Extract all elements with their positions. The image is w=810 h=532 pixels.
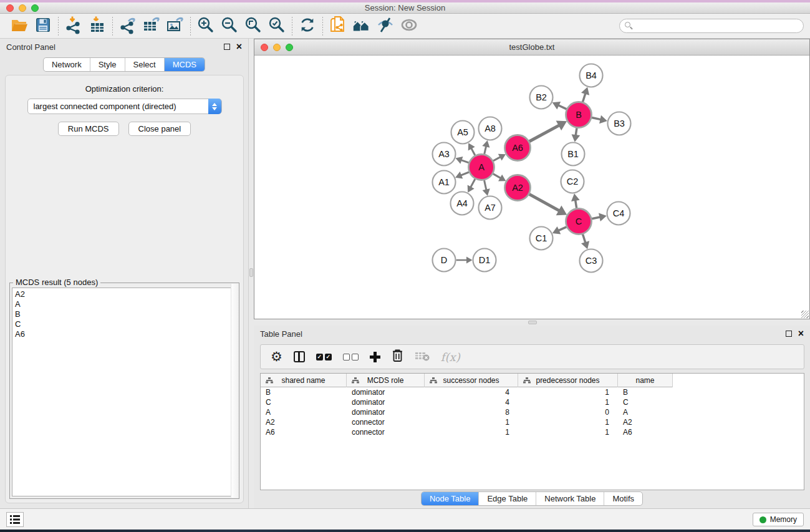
table-cell[interactable]: C bbox=[261, 397, 347, 407]
edge-C-C2[interactable] bbox=[576, 200, 577, 208]
tab-mcds[interactable]: MCDS bbox=[164, 58, 205, 71]
add-column-button[interactable] bbox=[370, 352, 380, 362]
optimization-criterion-select[interactable]: largest connected component (directed) bbox=[27, 99, 222, 114]
table-cell[interactable]: A2 bbox=[261, 417, 347, 427]
network-canvas[interactable]: B4B2BB3A8A5A6A3B1AA1C2A2A4A7C4CC1DD1C3 bbox=[254, 56, 809, 319]
mcds-result-list[interactable]: A2ABCA6 bbox=[12, 288, 237, 496]
edge-C-C4[interactable] bbox=[592, 217, 600, 219]
edge-B-B4[interactable] bbox=[583, 94, 586, 102]
hide-graphics-details-button[interactable] bbox=[374, 16, 397, 37]
tab-network-table[interactable]: Network Table bbox=[536, 492, 604, 505]
column-header-shared-name[interactable]: shared name bbox=[261, 374, 347, 387]
table-cell[interactable]: A bbox=[261, 407, 347, 417]
delete-column-button[interactable] bbox=[392, 349, 403, 365]
splitter-grip[interactable] bbox=[249, 268, 253, 277]
unselect-all-columns-button[interactable] bbox=[343, 354, 359, 360]
splitter-grip[interactable] bbox=[528, 321, 537, 324]
column-header-predecessor-nodes[interactable]: predecessor nodes bbox=[518, 374, 618, 387]
table-cell[interactable]: connector bbox=[347, 427, 425, 437]
edge-A2-C[interactable] bbox=[529, 194, 559, 210]
table-cell[interactable]: A6 bbox=[261, 427, 347, 437]
table-settings-button[interactable]: ⚙ bbox=[271, 351, 282, 363]
table-cell[interactable]: 1 bbox=[518, 397, 618, 407]
mcds-list-scrollbar[interactable] bbox=[231, 284, 238, 498]
float-panel-icon[interactable] bbox=[786, 331, 792, 337]
import-table-button[interactable] bbox=[85, 16, 109, 37]
mcds-result-item[interactable]: C bbox=[15, 319, 236, 329]
table-cell[interactable]: 1 bbox=[425, 417, 518, 427]
table-row[interactable]: A6connector11A6 bbox=[261, 427, 804, 437]
edge-C-C3[interactable] bbox=[583, 234, 586, 243]
edge-A-A3[interactable] bbox=[461, 160, 468, 163]
table-cell[interactable]: B bbox=[261, 387, 347, 397]
tab-select[interactable]: Select bbox=[125, 58, 164, 71]
tab-motifs[interactable]: Motifs bbox=[604, 492, 642, 505]
table-cell[interactable]: 4 bbox=[425, 397, 518, 407]
edge-A-A5[interactable] bbox=[471, 148, 475, 155]
zoom-fit-button[interactable] bbox=[241, 16, 265, 37]
table-row[interactable]: A2connector11A2 bbox=[261, 417, 804, 427]
mcds-result-item[interactable]: B bbox=[15, 309, 236, 319]
select-all-columns-button[interactable]: ✓✓ bbox=[316, 354, 332, 360]
edge-A-A8[interactable] bbox=[485, 146, 486, 154]
table-cell[interactable]: A bbox=[618, 407, 673, 417]
table-cell[interactable]: dominator bbox=[347, 397, 425, 407]
close-panel-icon[interactable]: × bbox=[236, 44, 242, 50]
zoom-selected-button[interactable] bbox=[265, 16, 289, 37]
edge-A-A4[interactable] bbox=[471, 179, 475, 187]
table-cell[interactable]: dominator bbox=[347, 407, 425, 417]
table-cell[interactable]: 1 bbox=[425, 427, 518, 437]
table-row[interactable]: Bdominator41B bbox=[261, 387, 804, 397]
cybrowser-home-button[interactable] bbox=[350, 16, 374, 37]
table-cell[interactable]: B bbox=[618, 387, 673, 397]
close-panel-icon[interactable]: × bbox=[798, 331, 804, 337]
export-table-button[interactable] bbox=[140, 16, 163, 37]
edge-B-B2[interactable] bbox=[558, 105, 566, 109]
search-input[interactable] bbox=[619, 19, 804, 33]
table-row[interactable]: Cdominator41C bbox=[261, 397, 804, 407]
edge-A-A6[interactable] bbox=[493, 157, 501, 161]
edge-B-B3[interactable] bbox=[592, 118, 600, 120]
table-cell[interactable]: connector bbox=[347, 417, 425, 427]
refresh-button[interactable] bbox=[296, 16, 319, 37]
tab-network[interactable]: Network bbox=[44, 58, 90, 71]
memory-button[interactable]: Memory bbox=[753, 513, 804, 526]
zoom-in-button[interactable] bbox=[194, 16, 218, 37]
table-cell[interactable]: dominator bbox=[347, 387, 425, 397]
tab-style[interactable]: Style bbox=[90, 58, 125, 71]
table-row[interactable]: Adominator80A bbox=[261, 407, 804, 417]
save-session-button[interactable] bbox=[31, 16, 55, 37]
table-cell[interactable]: 1 bbox=[518, 387, 618, 397]
show-graphics-details-button[interactable] bbox=[397, 16, 421, 37]
zoom-out-button[interactable] bbox=[218, 16, 241, 37]
edge-A6-B[interactable] bbox=[529, 125, 559, 142]
open-session-button[interactable] bbox=[7, 16, 31, 37]
show-columns-button[interactable] bbox=[294, 351, 305, 362]
table-cell[interactable]: 8 bbox=[425, 407, 518, 417]
table-cell[interactable]: 1 bbox=[518, 417, 618, 427]
task-history-button[interactable] bbox=[6, 512, 24, 527]
network-window-titlebar[interactable]: testGlobe.txt bbox=[254, 39, 809, 56]
tab-edge-table[interactable]: Edge Table bbox=[478, 492, 536, 505]
run-mcds-button[interactable]: Run MCDS bbox=[58, 122, 119, 136]
column-header-successor-nodes[interactable]: successor nodes bbox=[425, 374, 518, 387]
table-cell[interactable]: 0 bbox=[518, 407, 618, 417]
column-header-mcds-role[interactable]: MCDS role bbox=[347, 374, 425, 387]
table-cell[interactable]: 4 bbox=[425, 387, 518, 397]
table-cell[interactable]: A2 bbox=[618, 417, 673, 427]
import-network-button[interactable] bbox=[62, 16, 85, 37]
mcds-result-item[interactable]: A6 bbox=[15, 329, 236, 339]
horizontal-splitter[interactable] bbox=[254, 319, 810, 326]
clone-network-button[interactable] bbox=[326, 16, 350, 37]
export-image-button[interactable] bbox=[163, 16, 187, 37]
export-network-button[interactable] bbox=[116, 16, 140, 37]
edge-A-A2[interactable] bbox=[493, 174, 501, 178]
edge-C-C1[interactable] bbox=[559, 227, 567, 231]
table-cell[interactable]: 1 bbox=[518, 427, 618, 437]
edge-A-A7[interactable] bbox=[485, 180, 486, 190]
table-cell[interactable]: A6 bbox=[618, 427, 673, 437]
column-header-name[interactable]: name bbox=[618, 374, 673, 387]
table-cell[interactable]: C bbox=[618, 397, 673, 407]
resize-grip-icon[interactable] bbox=[801, 311, 809, 318]
close-panel-button[interactable]: Close panel bbox=[128, 122, 191, 136]
